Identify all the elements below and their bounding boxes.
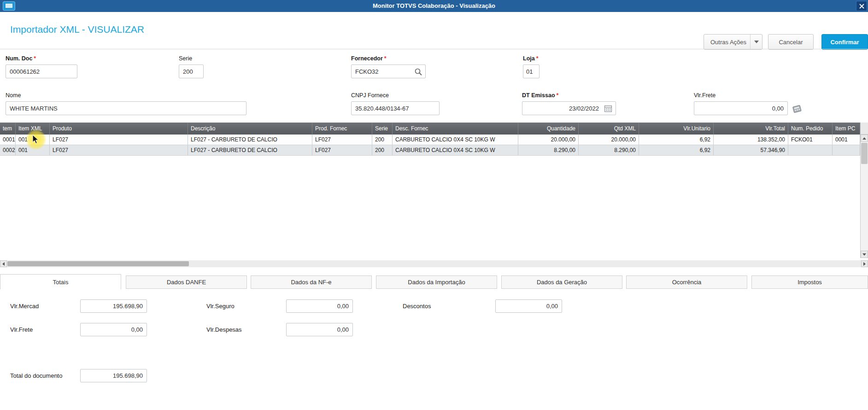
grid-cell: LF027	[312, 135, 372, 145]
grid-col-descricao: Descrição	[188, 123, 312, 135]
tab-totais[interactable]: Totais	[0, 274, 121, 289]
serie-input[interactable]	[179, 64, 204, 78]
arrow-left-icon	[2, 262, 5, 266]
horizontal-scroll-thumb[interactable]	[7, 261, 189, 266]
grid-col-serie: Serie	[372, 123, 393, 135]
scroll-right-button[interactable]	[861, 260, 868, 267]
field-num-doc: Num. Doc*	[6, 55, 77, 78]
grid-cell: 6,92	[639, 145, 714, 155]
vlr-mercad-label: Vlr.Mercad	[10, 303, 39, 310]
tab-dados-danfe[interactable]: Dados DANFE	[126, 275, 247, 289]
scroll-down-button[interactable]	[861, 251, 868, 258]
cancelar-button[interactable]: Cancelar	[768, 34, 814, 50]
grid-horizontal-scrollbar[interactable]	[0, 260, 868, 267]
required-asterisk: *	[34, 55, 36, 62]
cancelar-label: Cancelar	[779, 39, 803, 46]
page-title: Importador XML - VISUALIZAR	[10, 24, 144, 35]
fornecedor-label: Fornecedor*	[351, 55, 426, 64]
cnpj-fornece-input[interactable]	[351, 101, 440, 115]
arrow-right-icon	[863, 262, 866, 266]
field-vlr-frete: Vlr.Frete	[694, 92, 788, 115]
vlr-mercad-input[interactable]	[80, 299, 147, 313]
required-asterisk: *	[536, 55, 539, 62]
grid-col-quantidade: Quantidade	[518, 123, 579, 135]
table-row[interactable]: 0002 001 LF027 LF027 - CARBURETO DE CALC…	[0, 145, 860, 156]
field-fornecedor: Fornecedor*	[351, 55, 426, 78]
window-title: Monitor TOTVS Colaboração - Visualização	[0, 0, 868, 12]
tab-ocorrencia[interactable]: Ocorrência	[626, 275, 747, 289]
close-button[interactable]	[856, 1, 867, 11]
confirmar-button[interactable]: Confirmar	[821, 34, 868, 50]
nome-label: Nome	[6, 92, 246, 100]
nome-input[interactable]	[6, 101, 246, 115]
items-grid: tem Item XML Produto Descrição Prod. For…	[0, 123, 860, 258]
grid-cell: CARBURETO CALCIO 0X4 SC 10KG W	[393, 135, 518, 145]
importador-xml-window: Monitor TOTVS Colaboração - Visualização…	[0, 0, 868, 410]
grid-cell: 0002	[0, 145, 16, 155]
serie-label: Serie	[179, 55, 204, 64]
header-divider	[0, 49, 868, 49]
scrollbar-corner	[861, 123, 868, 135]
confirmar-label: Confirmar	[830, 39, 859, 46]
vertical-scroll-thumb[interactable]	[861, 143, 868, 164]
grid-cell: LF027 - CARBURETO DE CALCIO	[188, 145, 312, 155]
grid-cell: LF027	[312, 145, 372, 155]
descontos-label: Descontos	[403, 303, 431, 310]
field-loja: Loja*	[523, 55, 540, 78]
loja-input[interactable]	[523, 64, 540, 78]
grid-col-vlr-total: Vlr.Total	[714, 123, 788, 135]
dt-emissao-label: DT Emissao*	[522, 92, 616, 100]
tab-dados-nfe[interactable]: Dados da NF-e	[251, 275, 372, 289]
grid-vertical-scrollbar[interactable]	[860, 123, 868, 258]
vlr-frete-input[interactable]	[694, 101, 788, 115]
grid-col-item-xml: Item XML	[16, 123, 50, 135]
grid-col-desc-fornec: Desc. Fornec	[393, 123, 518, 135]
vlr-frete-total-input[interactable]	[80, 323, 147, 336]
tab-dados-geracao[interactable]: Dados da Geração	[501, 275, 622, 289]
grid-cell: 200	[372, 135, 393, 145]
grid-cell: 200	[372, 145, 393, 155]
grid-col-item-pc: Item PC	[833, 123, 860, 135]
vlr-seguro-label: Vlr.Seguro	[206, 303, 235, 310]
tab-impostos[interactable]: Impostos	[751, 275, 868, 289]
dt-emissao-input[interactable]	[522, 101, 616, 115]
field-nome: Nome	[6, 92, 246, 115]
search-icon[interactable]	[414, 68, 422, 76]
grid-cell: 001	[16, 145, 50, 155]
grid-cell: 0001	[833, 135, 860, 145]
grid-cell: LF027 - CARBURETO DE CALCIO	[188, 135, 312, 145]
vlr-seguro-input[interactable]	[286, 299, 353, 313]
grid-cell: 8.290,00	[518, 145, 579, 155]
loja-label: Loja*	[523, 55, 540, 64]
calendar-icon[interactable]	[604, 105, 612, 113]
grid-cell: 6,92	[639, 135, 714, 145]
calculator-icon[interactable]	[792, 105, 803, 114]
total-documento-label: Total do documento	[10, 372, 62, 379]
scroll-up-button[interactable]	[861, 135, 868, 142]
grid-col-qtd-xml: Qtd XML	[579, 123, 639, 135]
cnpj-fornece-label: CNPJ Fornece	[351, 92, 440, 100]
required-asterisk: *	[384, 55, 387, 62]
grid-col-prod-fornec: Prod. Fornec	[312, 123, 372, 135]
outras-acoes-dropdown-arrow[interactable]	[750, 35, 762, 49]
table-row[interactable]: 0001 001 LF027 LF027 - CARBURETO DE CALC…	[0, 135, 860, 145]
num-doc-input[interactable]	[6, 64, 77, 78]
grid-cell: 001	[16, 135, 50, 145]
close-icon	[859, 4, 864, 9]
grid-header: tem Item XML Produto Descrição Prod. For…	[0, 123, 860, 135]
outras-acoes-label: Outras Ações	[710, 39, 746, 46]
grid-cell: 57.346,90	[714, 145, 788, 155]
outras-acoes-button[interactable]: Outras Ações	[704, 34, 762, 50]
arrow-down-icon	[862, 253, 866, 256]
grid-cell: 8.290,00	[579, 145, 639, 155]
field-cnpj-fornece: CNPJ Fornece	[351, 92, 440, 115]
vlr-frete-label: Vlr.Frete	[694, 92, 788, 100]
total-documento-input[interactable]	[80, 369, 147, 382]
tab-dados-importacao[interactable]: Dados da Importação	[376, 275, 497, 289]
descontos-input[interactable]	[495, 299, 562, 313]
grid-col-item: tem	[0, 123, 16, 135]
bottom-tab-bar: Totais Dados DANFE Dados da NF-e Dados d…	[0, 274, 868, 289]
field-dt-emissao: DT Emissao*	[522, 92, 616, 115]
scroll-left-button[interactable]	[0, 260, 7, 267]
vlr-despesas-input[interactable]	[286, 323, 353, 336]
